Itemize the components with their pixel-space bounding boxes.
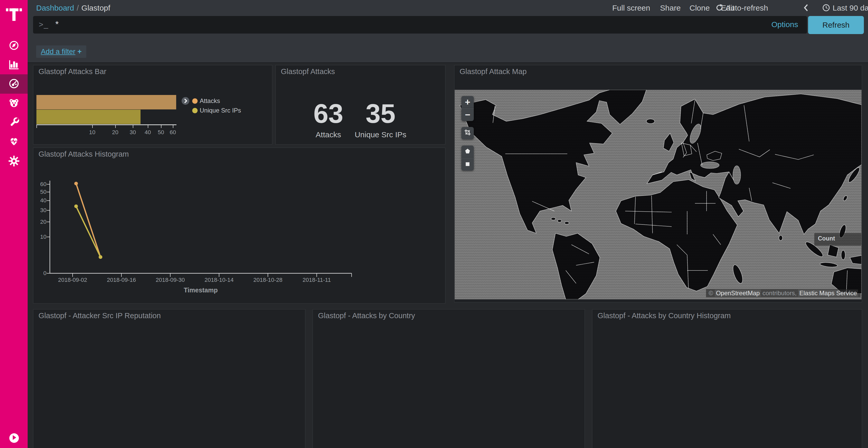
panel-title: Glastopf Attack Map [460,67,527,76]
breadcrumb-dashboard-link[interactable]: Dashboard [36,4,74,12]
map-draw-polygon-button[interactable] [461,145,474,158]
legend-color-dot [192,108,197,113]
sidebar-item-dev-tools[interactable] [0,113,28,133]
plus-icon: + [78,47,82,56]
top-header: Dashboard/Glastopf Full screenShareClone… [28,0,868,63]
menu-clone[interactable]: Clone [689,4,710,12]
gauge-icon [8,78,20,91]
heartbeat-icon [8,136,20,148]
query-value: * [55,19,59,29]
panel-title: Glastopf - Attacks by Country [318,311,415,320]
panel-src-ip-reputation: Glastopf - Attacker Src IP Reputation [33,309,305,448]
gear-icon [8,155,20,168]
query-input[interactable]: >_ * Options [33,16,807,34]
kibana-dashboard-page: Dashboard/Glastopf Full screenShareClone… [0,0,868,448]
crop-icon [464,128,471,139]
panel-attacks-bar: Glastopf Attacks Bar [33,65,272,144]
play-circle-icon [9,433,19,443]
sidebar-item-dashboard[interactable] [0,74,28,94]
sidebar-item-discover[interactable] [0,36,28,56]
map-fit-bounds-button[interactable] [461,127,474,139]
sidebar-item-management[interactable] [0,152,28,171]
world-map[interactable]: + − Count © OpenStreetMap contributors, … [455,90,862,299]
map-legend-title: Count [818,235,861,242]
map-count-legend: Count [814,233,861,246]
bear-icon [8,97,20,110]
query-prompt-icon: >_ [39,20,49,29]
osm-link[interactable]: OpenStreetMap [715,289,761,297]
panel-title: Glastopf Attacks Bar [38,67,106,76]
sidebar [0,0,28,448]
time-prev-button[interactable] [804,4,808,13]
legend-label[interactable]: Unique Src IPs [200,107,241,114]
metric-unique-label: Unique Src IPs [347,130,414,139]
breadcrumb: Dashboard/Glastopf [36,4,110,12]
panel-title: Glastopf Attacks [281,67,335,76]
legend-color-dot [192,98,197,104]
panel-title: Glastopf Attacks Histogram [38,150,129,159]
square-icon [464,159,471,170]
legend-chevron-icon[interactable] [181,97,190,105]
panel-attacks-by-country-histogram: Glastopf - Attacks by Country Histogram [592,309,862,448]
sidebar-item-bear[interactable] [0,94,28,113]
auto-refresh-button[interactable]: Auto-refresh [716,4,768,13]
sidebar-item-monitoring[interactable] [0,132,28,151]
menu-full-screen[interactable]: Full screen [612,4,650,12]
pentagon-icon [464,146,471,157]
panel-title: Glastopf - Attacks by Country Histogram [597,311,731,320]
query-options-link[interactable]: Options [771,20,798,29]
clock-icon [822,5,830,13]
legend-item-unique-src-ips[interactable]: Unique Src IPs [181,107,241,114]
chevron-left-icon [804,4,808,13]
telekom-logo[interactable] [6,5,22,23]
ems-link[interactable]: Elastic Maps Service [798,289,858,297]
refresh-button[interactable]: Refresh [808,16,864,34]
menu-share[interactable]: Share [660,4,681,12]
map-zoom-out-button[interactable]: − [461,108,474,121]
bar-chart-icon [8,59,20,71]
map-draw-rectangle-button[interactable] [461,158,474,171]
breadcrumb-current: Glastopf [82,4,110,12]
panel-attacks-by-country: Glastopf - Attacks by Country [313,309,585,448]
map-attribution: © OpenStreetMap contributors, Elastic Ma… [706,289,861,297]
panel-attacks-histogram: Glastopf Attacks Histogram [33,148,445,304]
time-range-picker[interactable]: Last 90 days [822,4,868,13]
legend-label[interactable]: Attacks [200,97,220,105]
metric-unique-value: 35 [347,98,414,129]
panel-title: Glastopf - Attacker Src IP Reputation [38,311,161,320]
breadcrumb-separator: / [77,4,79,12]
legend-item-attacks[interactable]: Attacks [181,97,220,105]
panel-attacks-metric: Glastopf Attacks 63 Attacks 35 Unique Sr… [275,65,445,144]
sidebar-item-visualize[interactable] [0,55,28,74]
map-zoom-in-button[interactable]: + [461,96,474,108]
refresh-cycle-icon [716,5,723,13]
wrench-icon [8,117,20,130]
add-filter-button[interactable]: Add a filter+ [36,45,86,58]
compass-icon [8,40,20,52]
sidebar-collapse-button[interactable] [9,433,19,443]
